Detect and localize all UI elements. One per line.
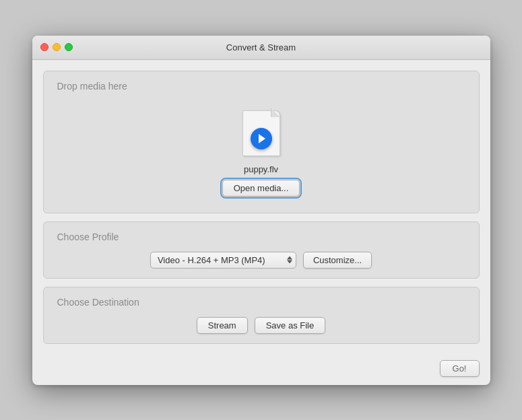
- drop-media-section: Drop media here puppy.flv Open media...: [43, 71, 480, 213]
- open-media-button[interactable]: Open media...: [222, 180, 300, 197]
- filename-label: puppy.flv: [244, 164, 278, 174]
- profile-controls: Video - H.264 + MP3 (MP4) Video - H.265 …: [57, 252, 465, 269]
- play-badge: [251, 128, 272, 149]
- choose-profile-section: Choose Profile Video - H.264 + MP3 (MP4)…: [43, 221, 480, 279]
- traffic-lights: [40, 43, 73, 51]
- customize-button[interactable]: Customize...: [303, 252, 372, 269]
- choose-profile-label: Choose Profile: [57, 232, 465, 242]
- profile-select[interactable]: Video - H.264 + MP3 (MP4) Video - H.265 …: [150, 252, 296, 269]
- destination-controls: Stream Save as File: [57, 317, 465, 334]
- stream-button[interactable]: Stream: [197, 317, 248, 334]
- play-icon: [259, 134, 265, 143]
- window-content: Drop media here puppy.flv Open media... …: [32, 60, 490, 355]
- drop-media-content: puppy.flv Open media...: [57, 101, 465, 203]
- file-icon: [240, 108, 283, 156]
- minimize-button[interactable]: [53, 43, 61, 51]
- titlebar: Convert & Stream: [32, 36, 490, 60]
- choose-destination-section: Choose Destination Stream Save as File: [43, 287, 480, 344]
- maximize-button[interactable]: [65, 43, 73, 51]
- bottom-bar: Go!: [32, 355, 490, 385]
- app-window: Convert & Stream Drop media here puppy.f…: [32, 36, 490, 385]
- save-as-file-button[interactable]: Save as File: [255, 317, 326, 334]
- go-button[interactable]: Go!: [440, 360, 480, 377]
- window-title: Convert & Stream: [226, 42, 296, 53]
- profile-select-wrapper: Video - H.264 + MP3 (MP4) Video - H.265 …: [150, 252, 296, 269]
- drop-media-label: Drop media here: [57, 81, 465, 92]
- close-button[interactable]: [40, 43, 48, 51]
- choose-destination-label: Choose Destination: [57, 297, 465, 308]
